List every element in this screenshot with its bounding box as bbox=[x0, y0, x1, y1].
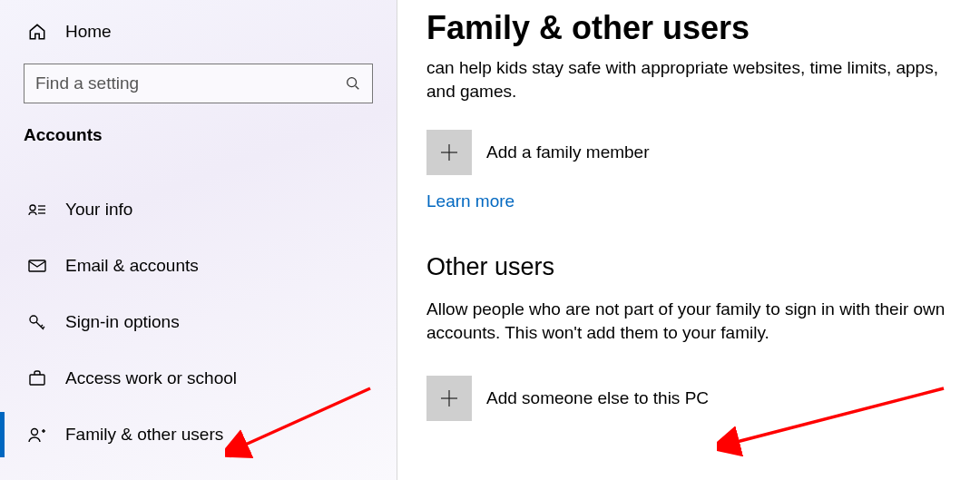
svg-point-7 bbox=[30, 316, 37, 323]
svg-rect-8 bbox=[30, 375, 44, 385]
svg-point-2 bbox=[30, 205, 35, 211]
other-users-heading: Other users bbox=[426, 253, 967, 281]
svg-point-9 bbox=[32, 429, 38, 436]
sidebar-item-label: Your info bbox=[65, 200, 132, 220]
family-description: can help kids stay safe with appropriate… bbox=[426, 56, 967, 103]
other-users-description: Allow people who are not part of your fa… bbox=[426, 298, 967, 344]
plus-icon bbox=[426, 376, 472, 421]
plus-icon bbox=[426, 130, 472, 175]
sidebar-item-email-accounts[interactable]: Email & accounts bbox=[0, 238, 397, 294]
search-input[interactable] bbox=[35, 73, 345, 93]
sidebar-item-label: Family & other users bbox=[65, 425, 223, 445]
page-title: Family & other users bbox=[426, 9, 967, 47]
search-wrap bbox=[0, 64, 397, 103]
sidebar-item-signin-options[interactable]: Sign-in options bbox=[0, 294, 397, 350]
add-someone-else-button[interactable]: Add someone else to this PC bbox=[426, 376, 967, 421]
add-family-label: Add a family member bbox=[486, 142, 650, 162]
sidebar-item-label: Access work or school bbox=[65, 368, 237, 388]
people-plus-icon bbox=[27, 425, 47, 445]
add-family-member-button[interactable]: Add a family member bbox=[426, 130, 967, 175]
settings-sidebar: Home Accounts Your info bbox=[0, 0, 397, 480]
svg-rect-6 bbox=[29, 260, 45, 271]
home-icon bbox=[27, 22, 47, 42]
svg-point-0 bbox=[348, 78, 357, 87]
mail-icon bbox=[27, 256, 47, 276]
sidebar-item-label: Sign-in options bbox=[65, 312, 180, 332]
add-other-label: Add someone else to this PC bbox=[486, 388, 709, 408]
sidebar-item-your-info[interactable]: Your info bbox=[0, 181, 397, 238]
main-content: Family & other users can help kids stay … bbox=[397, 0, 980, 480]
learn-more-link[interactable]: Learn more bbox=[426, 191, 514, 211]
sidebar-item-family-other[interactable]: Family & other users bbox=[0, 407, 397, 463]
person-card-icon bbox=[27, 200, 47, 220]
sidebar-item-work-school[interactable]: Access work or school bbox=[0, 350, 397, 407]
home-label: Home bbox=[65, 22, 112, 42]
search-icon bbox=[345, 75, 361, 92]
home-nav[interactable]: Home bbox=[0, 16, 397, 47]
sidebar-item-label: Email & accounts bbox=[65, 256, 199, 276]
section-accounts: Accounts bbox=[0, 125, 397, 145]
key-icon bbox=[27, 312, 47, 332]
svg-line-1 bbox=[356, 86, 359, 90]
briefcase-icon bbox=[27, 368, 47, 388]
search-box[interactable] bbox=[24, 64, 373, 103]
